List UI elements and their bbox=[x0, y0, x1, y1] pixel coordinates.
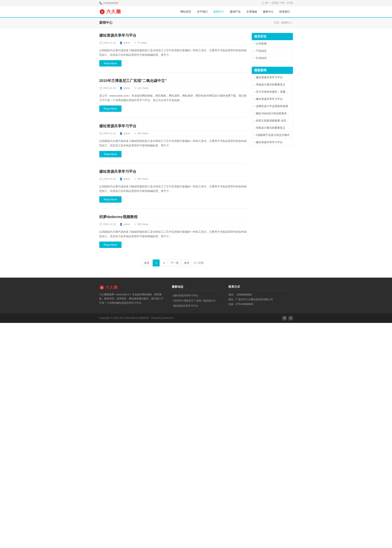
user-icon: 👤 bbox=[119, 42, 123, 44]
latest-news-widget: 最新新闻 建站资源共享学习平台 导航设计模式的重要意义 芯片市场竞争激烈，高通裁… bbox=[252, 67, 293, 146]
nav-products[interactable]: 案例产品 bbox=[227, 8, 244, 15]
article-author-4: 👤 admin bbox=[119, 223, 130, 226]
sidebar-latest-2[interactable]: 芯片市场竞争激烈，高通裁员 15%... bbox=[252, 88, 293, 96]
eye-icon: 👁 bbox=[134, 87, 136, 90]
copyright-text: Copyright © 2002-2011 Wiwiu88.Cn 版权所有 · … bbox=[99, 316, 174, 320]
related-categories-list: 公司新闻 产品动态 行业知识 bbox=[252, 40, 293, 62]
read-more-button-0[interactable]: Read More bbox=[99, 60, 121, 67]
sidebar-latest-0[interactable]: 建站资源共享学习平台 bbox=[252, 74, 293, 81]
clock-icon: 🕐 bbox=[99, 132, 102, 135]
footer-main: 六 六久圈 六久圈模板网（www.liu9.cn）专业提供网站模板，网页模板、教… bbox=[0, 277, 392, 313]
read-more-button-3[interactable]: Read More bbox=[99, 196, 121, 203]
read-more-button-4[interactable]: Read More bbox=[99, 242, 121, 248]
breadcrumb-home[interactable]: 主页 bbox=[274, 21, 279, 25]
sidebar-latest-5[interactable]: 确定zWeb设计的边框基本原则 bbox=[252, 110, 293, 117]
footer-about-desc: 六久圈模板网（www.liu9.cn）专业提供网站模板，网页模板、教程培训、程序… bbox=[99, 292, 164, 305]
read-more-button-1[interactable]: Read More bbox=[99, 105, 121, 112]
nav-service[interactable]: 服务中心 bbox=[260, 8, 276, 15]
footer-company: 地址：广海市市六久圈信息科技有限公司 bbox=[228, 298, 293, 301]
phone-number: 15888888888 bbox=[103, 2, 118, 5]
first-page-button[interactable]: 首页 bbox=[142, 259, 152, 266]
nav-news[interactable]: 新闻中心 bbox=[210, 8, 227, 15]
breadcrumb-bar: 新闻中心 主页 › 新闻中心 › bbox=[0, 18, 392, 28]
sidebar-latest-7[interactable]: 导航设计模式的重要意义 bbox=[252, 124, 293, 132]
main-nav: 网站首页 关于我们 新闻中心 案例产品 文章辅链 服务中心 联系我们 bbox=[178, 8, 293, 15]
sidebar-related-0[interactable]: 公司新闻 bbox=[252, 40, 293, 47]
article-card: 2015年兰博基尼工厂实现"二氧化碳中立" 🕐 2016-12-10 👤 adm… bbox=[99, 78, 247, 118]
nav-contact[interactable]: 联系我们 bbox=[276, 8, 293, 15]
article-author-0: 👤 admin bbox=[119, 42, 130, 44]
eye-icon: 👁 bbox=[134, 178, 136, 180]
eye-icon: 👁 bbox=[134, 42, 136, 44]
page-total: 共 2页数 bbox=[194, 261, 204, 265]
latest-news-title: 最新新闻 bbox=[252, 67, 293, 74]
sidebar-latest-4[interactable]: 在网页设计中运用柔和色调 bbox=[252, 103, 293, 110]
top-bar: 📞 15888888888 🕐 周一~五周五 7:00 - 17:00 bbox=[0, 0, 392, 6]
sidebar-related-2[interactable]: 行业知识 bbox=[252, 55, 293, 62]
eye-icon: 👁 bbox=[134, 223, 136, 226]
last-page-button[interactable]: 末页 bbox=[182, 259, 192, 266]
next-page-button[interactable]: 下一页 bbox=[168, 259, 181, 266]
logo-text: 六久圈 bbox=[106, 9, 121, 15]
footer-logo-text: 六久圈 bbox=[105, 285, 118, 290]
nav-articles[interactable]: 文章辅链 bbox=[244, 8, 260, 15]
footer-latest-news: 最新动态 建站资源共享学习平台 2015年兰博基尼工厂实现二氧化碳中立 建站资源… bbox=[172, 285, 220, 308]
page-title: 新闻中心 bbox=[99, 21, 112, 25]
article-title: 建站资源共享学习平台 bbox=[99, 169, 247, 174]
time-info: 🕐 周一~五周五 7:00 - 17:00 bbox=[261, 1, 293, 5]
article-meta: 🕐 2016-12-10 👤 admin 👁 188 Views bbox=[99, 131, 247, 136]
article-author-2: 👤 admin bbox=[119, 132, 130, 135]
sidebar-latest-6[interactable]: 好想立刻跳进能避暑 全世界最大游泳 bbox=[252, 117, 293, 124]
footer-latest-links: 建站资源共享学习平台 2015年兰博基尼工厂实现二氧化碳中立 建站资源共享学习平… bbox=[172, 293, 220, 308]
breadcrumb-current: 新闻中心 bbox=[281, 21, 291, 25]
article-views-0: 👁 73 Views bbox=[134, 42, 147, 44]
footer-link-2[interactable]: 建站资源共享学习平台 bbox=[172, 303, 220, 308]
breadcrumb-end: › bbox=[292, 21, 293, 24]
logo-icon: 六 bbox=[99, 9, 105, 15]
nav-home[interactable]: 网站首页 bbox=[178, 8, 194, 15]
clock-icon: 🕐 bbox=[99, 178, 102, 180]
footer-link-1[interactable]: 2015年兰博基尼工厂实现二氧化碳中立 bbox=[172, 298, 220, 303]
breadcrumb-sep: › bbox=[280, 21, 280, 24]
article-views-4: 👁 168 Views bbox=[134, 223, 148, 226]
logo[interactable]: 六 六久圈 bbox=[99, 9, 121, 15]
article-date-0: 🕐 2016-12-10 bbox=[99, 42, 116, 44]
sidebar-latest-8[interactable]: 5顶级商产品设计的交互模式 bbox=[252, 132, 293, 139]
sidebar-latest-1[interactable]: 导航设计模式的重要意义 bbox=[252, 81, 293, 88]
footer-social: 微 信 bbox=[282, 316, 293, 320]
weibo-icon[interactable]: 微 bbox=[282, 316, 287, 320]
clock-icon: 🕐 bbox=[99, 223, 102, 226]
clock-icon: 🕐 bbox=[99, 42, 102, 44]
footer-contact-title: 联系方式 bbox=[228, 285, 293, 290]
footer-bottom: Copyright © 2002-2011 Wiwiu88.Cn 版权所有 · … bbox=[97, 313, 295, 323]
page-2-button[interactable]: 2 bbox=[161, 259, 168, 266]
eye-icon: 👁 bbox=[134, 132, 136, 135]
article-title: 建站资源共享学习平台 bbox=[99, 124, 247, 129]
wechat-icon[interactable]: 信 bbox=[288, 316, 293, 320]
content-area: 建站资源共享学习平台 🕐 2016-12-10 👤 admin 👁 73 Vie… bbox=[99, 33, 247, 273]
footer-bottom-bar: Copyright © 2002-2011 Wiwiu88.Cn 版权所有 · … bbox=[0, 313, 392, 323]
sidebar-latest-3[interactable]: 建站资源共享学习平台 bbox=[252, 96, 293, 103]
footer-link-0[interactable]: 建站资源共享学习平台 bbox=[172, 293, 220, 298]
article-author-3: 👤 admin bbox=[119, 178, 130, 180]
clock-icon: 🕐 bbox=[99, 87, 102, 90]
article-card: 建站资源共享学习平台 🕐 2016-12-10 👤 admin 👁 188 Vi… bbox=[99, 124, 247, 163]
read-more-button-2[interactable]: Read More bbox=[99, 151, 121, 157]
article-excerpt: 以四跟副为主要代表的多刀轴成型铣削加工是木材加工工艺中应用最为普遍的一种加工形式… bbox=[99, 48, 247, 57]
article-title: 织梦dedecms视频教程 bbox=[99, 214, 247, 219]
pagination: 首页 1 2 下一页 末页 共 2页数 bbox=[99, 259, 247, 273]
latest-news-list: 建站资源共享学习平台 导航设计模式的重要意义 芯片市场竞争激烈，高通裁员 15%… bbox=[252, 74, 293, 146]
article-excerpt: 以四跟副为主要代表的多刀轴成型铣削加工是木材加工工艺中应用最为普遍的一种加工形式… bbox=[99, 230, 247, 239]
sidebar-related-1[interactable]: 产品动态 bbox=[252, 47, 293, 55]
article-title: 2015年兰博基尼工厂实现"二氧化碳中立" bbox=[99, 78, 247, 83]
nav-about[interactable]: 关于我们 bbox=[194, 8, 210, 15]
article-views-1: 👁 142 Views bbox=[134, 87, 148, 90]
related-categories-widget: 相关栏目 公司新闻 产品动态 行业知识 bbox=[252, 33, 293, 62]
page-1-button[interactable]: 1 bbox=[153, 259, 160, 266]
article-excerpt: 以四跟副为主要代表的多刀轴成型铣削加工是木材加工工艺中应用最为普遍的一种加工形式… bbox=[99, 184, 247, 193]
article-date-1: 🕐 2016-12-10 bbox=[99, 87, 116, 90]
article-meta: 🕐 2016-12-10 👤 admin 👁 168 Views bbox=[99, 221, 247, 227]
article-card: 建站资源共享学习平台 🕐 2016-12-10 👤 admin 👁 73 Vie… bbox=[99, 33, 247, 72]
article-excerpt: 某公司（www.baidu.com）专业提供网站模板，网页模板，网站源码，网站素… bbox=[99, 93, 247, 103]
sidebar-latest-9[interactable]: 建站资源共享学习平台 bbox=[252, 139, 293, 146]
